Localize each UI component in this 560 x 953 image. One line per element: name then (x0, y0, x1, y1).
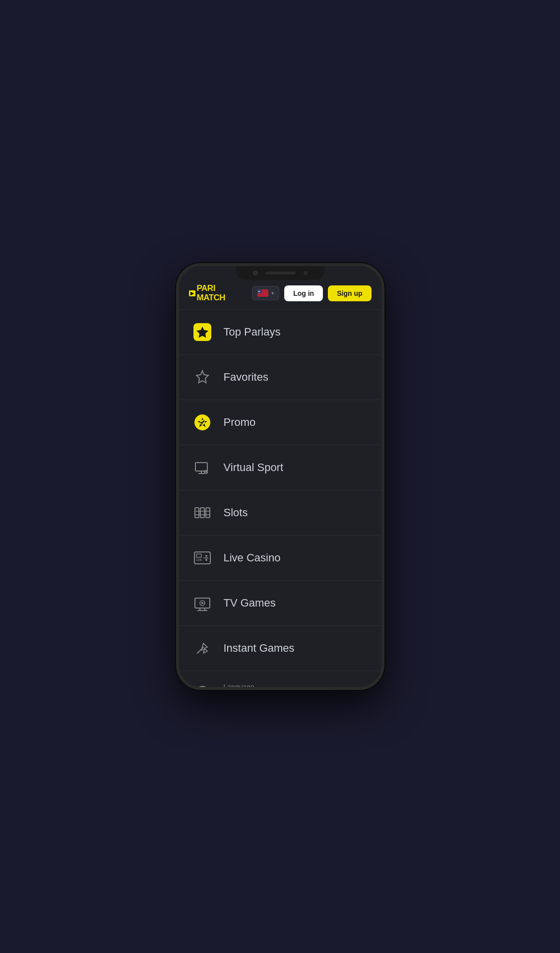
svg-rect-10 (195, 508, 199, 518)
menu-item-tv-games[interactable]: TV Games (179, 581, 381, 626)
promo-icon (191, 411, 214, 434)
language-selector[interactable]: ▾ (252, 286, 279, 300)
phone-wrapper: ▶ PARI MATCH ▾ Log in Sign up (161, 248, 399, 705)
tv-games-label: TV Games (224, 597, 370, 610)
front-camera (253, 271, 258, 275)
screen: ▶ PARI MATCH ▾ Log in Sign up (179, 266, 381, 687)
svg-rect-12 (206, 508, 210, 518)
virtual-sport-label: Virtual Sport (224, 461, 370, 474)
svg-point-19 (205, 559, 207, 561)
logo-text: PARI MATCH (197, 284, 226, 302)
side-button-volume-down (177, 365, 179, 385)
svg-rect-16 (196, 554, 201, 557)
logo-badge: ▶ (189, 290, 195, 296)
live-casino-label: Live Casino (224, 551, 370, 564)
notch (236, 266, 325, 280)
signup-button[interactable]: Sign up (328, 285, 371, 301)
language-label-wrap: Language English (224, 683, 367, 687)
side-button-volume-up (177, 336, 179, 355)
menu-item-live-casino[interactable]: LIVE Live Casino (179, 536, 381, 581)
svg-text:LIVE: LIVE (196, 558, 202, 561)
language-sublabel: Language (224, 683, 367, 687)
menu-item-top-parlays[interactable]: Top Parlays (179, 310, 381, 355)
main-menu: Top Parlays Favorites (179, 310, 381, 687)
favorites-label: Favorites (224, 371, 370, 384)
instant-games-icon (191, 637, 214, 660)
side-button-power (382, 350, 384, 380)
phone-frame: ▶ PARI MATCH ▾ Log in Sign up (176, 263, 384, 690)
favorites-icon (191, 366, 214, 389)
menu-item-virtual-sport[interactable]: 0 Virtual Sport (179, 445, 381, 490)
menu-item-slots[interactable]: Slots (179, 490, 381, 536)
top-parlays-label: Top Parlays (224, 326, 370, 339)
slots-label: Slots (224, 506, 370, 519)
logo: ▶ PARI MATCH (189, 284, 226, 302)
login-button[interactable]: Log in (284, 285, 323, 301)
language-icon (191, 682, 214, 687)
svg-rect-11 (200, 508, 204, 518)
instant-games-label: Instant Games (224, 642, 370, 655)
promo-label: Promo (224, 416, 370, 429)
svg-point-18 (205, 555, 207, 557)
top-parlays-icon (191, 321, 214, 343)
live-casino-icon: LIVE (191, 546, 214, 569)
speaker (266, 272, 296, 274)
tv-games-icon (191, 592, 214, 614)
svg-rect-5 (195, 463, 207, 471)
sensor (304, 271, 308, 275)
virtual-sport-icon: 0 (191, 456, 214, 479)
menu-item-instant-games[interactable]: Instant Games (179, 626, 381, 671)
menu-item-language[interactable]: Language English › (179, 671, 381, 687)
flag-icon (257, 289, 268, 297)
slots-icon (191, 501, 214, 524)
svg-marker-2 (196, 371, 208, 383)
menu-item-promo[interactable]: Promo (179, 400, 381, 445)
chevron-down-icon: ▾ (271, 290, 274, 296)
header-actions: ▾ Log in Sign up (252, 285, 371, 301)
menu-item-favorites[interactable]: Favorites (179, 355, 381, 400)
svg-marker-26 (201, 602, 204, 605)
